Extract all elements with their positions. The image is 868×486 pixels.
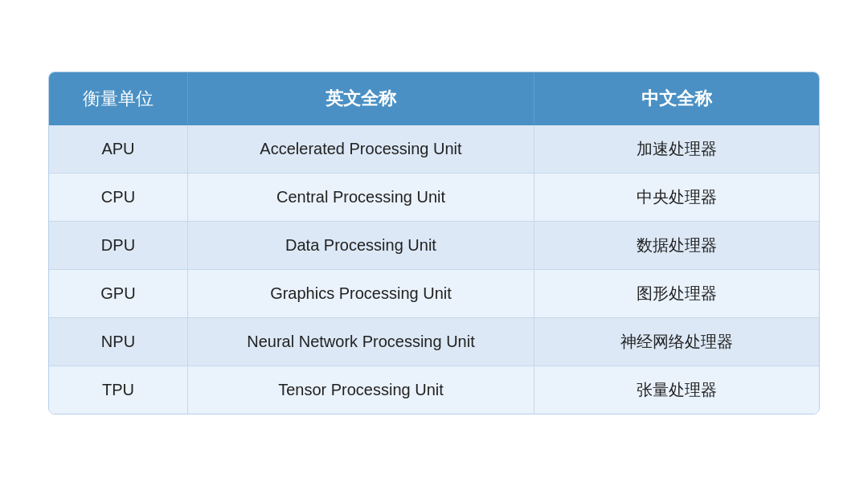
- cell-en: Data Processing Unit: [187, 222, 534, 270]
- table-row: GPUGraphics Processing Unit图形处理器: [49, 270, 819, 318]
- cell-abbr: CPU: [49, 174, 187, 222]
- cell-zh: 数据处理器: [534, 222, 819, 270]
- cell-en: Graphics Processing Unit: [187, 270, 534, 318]
- table-body: APUAccelerated Processing Unit加速处理器CPUCe…: [49, 125, 819, 414]
- cell-zh: 神经网络处理器: [534, 318, 819, 366]
- cell-abbr: NPU: [49, 318, 187, 366]
- cell-en: Neural Network Processing Unit: [187, 318, 534, 366]
- cell-en: Tensor Processing Unit: [187, 366, 534, 415]
- header-abbr: 衡量单位: [49, 72, 187, 125]
- table-row: TPUTensor Processing Unit张量处理器: [49, 366, 819, 415]
- cell-abbr: GPU: [49, 270, 187, 318]
- header-en: 英文全称: [187, 72, 534, 125]
- table-row: APUAccelerated Processing Unit加速处理器: [49, 125, 819, 174]
- cell-abbr: TPU: [49, 366, 187, 415]
- table-row: CPUCentral Processing Unit中央处理器: [49, 174, 819, 222]
- cell-abbr: DPU: [49, 222, 187, 270]
- cell-zh: 张量处理器: [534, 366, 819, 415]
- main-table-wrapper: 衡量单位 英文全称 中文全称 APUAccelerated Processing…: [48, 71, 820, 415]
- cell-zh: 中央处理器: [534, 174, 819, 222]
- cell-en: Accelerated Processing Unit: [187, 125, 534, 174]
- cell-zh: 图形处理器: [534, 270, 819, 318]
- cell-zh: 加速处理器: [534, 125, 819, 174]
- header-zh: 中文全称: [534, 72, 819, 125]
- cell-abbr: APU: [49, 125, 187, 174]
- table-row: NPUNeural Network Processing Unit神经网络处理器: [49, 318, 819, 366]
- cell-en: Central Processing Unit: [187, 174, 534, 222]
- table-header-row: 衡量单位 英文全称 中文全称: [49, 72, 819, 125]
- table-row: DPUData Processing Unit数据处理器: [49, 222, 819, 270]
- processing-units-table: 衡量单位 英文全称 中文全称 APUAccelerated Processing…: [49, 72, 819, 414]
